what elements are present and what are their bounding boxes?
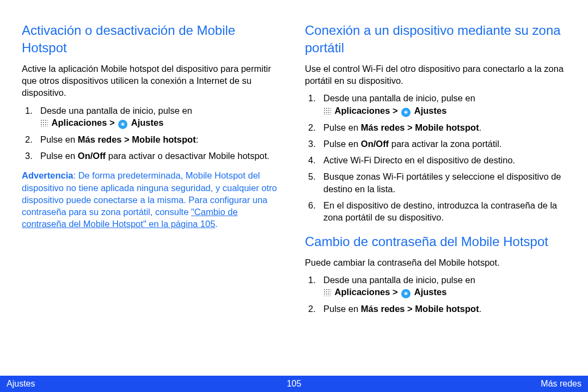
page-number: 105 [287,379,302,389]
step-bold: Más redes > Mobile hotspot [361,122,479,132]
settings-gear-icon [401,108,411,117]
step-text: . [479,304,482,314]
steps-list-connect: Desde una pantalla de inicio, pulse en A… [305,92,566,223]
settings-label: Ajustes [414,106,447,115]
step-bold: Más redes > Mobile hotspot [361,304,479,314]
right-column: Conexión a un dispositivo mediante su zo… [305,22,566,376]
step-text: En el dispositivo de destino, introduzca… [323,200,557,222]
step-text: Pulse en [40,134,78,144]
step-text: Active Wi-Fi Directo en el dispositivo d… [323,155,515,165]
apps-label: Aplicaciones > [335,106,401,115]
list-item: En el dispositivo de destino, introduzca… [305,199,566,224]
step-text: Pulse en [323,122,361,132]
steps-list-password: Desde una pantalla de inicio, pulse en A… [305,274,566,315]
list-item: Pulse en Más redes > Mobile hotspot. [305,303,566,315]
intro-paragraph: Use el control Wi-Fi del otro dispositiv… [305,63,566,87]
section-heading-password: Cambio de contraseña del Mobile Hotspot [305,233,566,250]
step-bold: On/Off [78,151,106,161]
step-text: Pulse en [323,304,361,314]
settings-gear-icon [401,289,411,298]
step-text: . [479,122,482,132]
section-heading-connect: Conexión a un dispositivo mediante su zo… [305,22,566,57]
list-item: Busque zonas Wi-Fi portátiles y seleccio… [305,170,566,195]
footer-left: Ajustes [7,379,35,389]
step-text: Busque zonas Wi-Fi portátiles y seleccio… [323,171,561,193]
step-bold: Más redes > Mobile hotspot [78,134,196,144]
left-column: Activación o desactivación de Mobile Hot… [22,22,283,376]
apps-grid-icon [323,289,331,296]
warning-end: . [215,219,218,229]
step-text: Pulse en [40,151,78,161]
list-item: Pulse en Más redes > Mobile hotspot. [305,121,566,133]
step-text: Desde una pantalla de inicio, pulse en [40,106,192,115]
steps-list-activation: Desde una pantalla de inicio, pulse en A… [22,105,283,162]
page-footer: Ajustes 105 Más redes [0,376,588,392]
section-heading-activation: Activación o desactivación de Mobile Hot… [22,22,283,57]
step-text: Desde una pantalla de inicio, pulse en [323,275,475,285]
list-item: Desde una pantalla de inicio, pulse en A… [305,274,566,298]
step-text: : [196,134,199,144]
list-item: Active Wi-Fi Directo en el dispositivo d… [305,154,566,166]
settings-label: Ajustes [131,118,164,127]
apps-grid-icon [323,107,331,115]
two-column-layout: Activación o desactivación de Mobile Hot… [0,0,588,376]
step-text: para activar o desactivar Mobile hotspot… [106,151,270,161]
intro-paragraph: Puede cambiar la contraseña del Mobile h… [305,256,566,268]
manual-page: Activación o desactivación de Mobile Hot… [0,0,588,392]
step-text: Pulse en [323,139,361,149]
list-item: Desde una pantalla de inicio, pulse en A… [22,105,283,129]
list-item: Pulse en On/Off para activar o desactiva… [22,150,283,162]
step-bold: On/Off [361,139,389,149]
step-text: Desde una pantalla de inicio, pulse en [323,93,475,103]
warning-lead: Advertencia [22,170,73,180]
apps-grid-icon [40,119,48,127]
apps-label: Aplicaciones > [335,287,401,297]
list-item: Pulse en Más redes > Mobile hotspot: [22,133,283,145]
settings-gear-icon [118,120,127,129]
apps-label: Aplicaciones > [52,118,118,127]
settings-label: Ajustes [414,287,447,297]
intro-paragraph: Active la aplicación Mobile hotspot del … [22,63,283,99]
step-text: para activar la zona portátil. [389,139,501,149]
footer-right: Más redes [541,379,581,389]
list-item: Desde una pantalla de inicio, pulse en A… [305,92,566,117]
warning-paragraph: Advertencia: De forma predeterminada, Mo… [22,169,283,230]
list-item: Pulse en On/Off para activar la zona por… [305,138,566,150]
